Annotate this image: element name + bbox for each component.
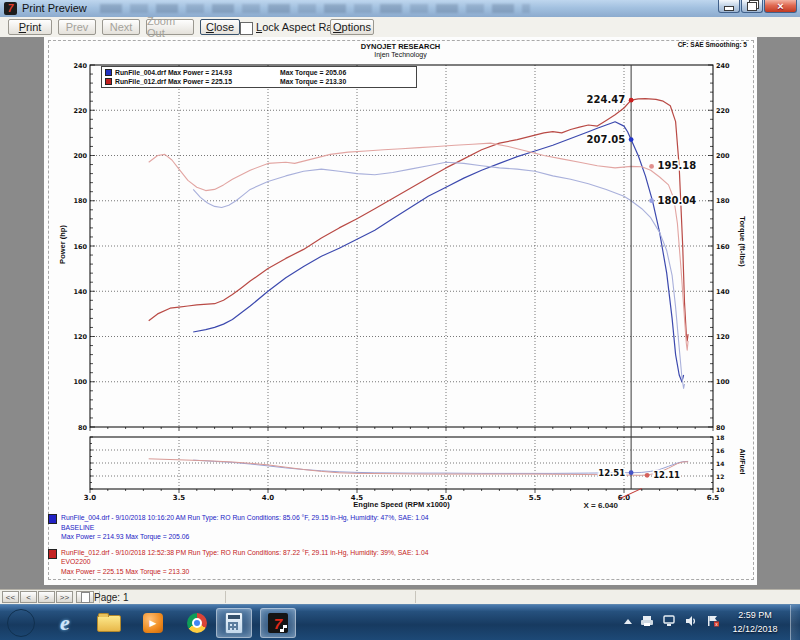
marker-label: 180.04 xyxy=(658,195,697,206)
taskbar: e ▶ 7 x 2:59 PM 12/12/2018 xyxy=(0,604,800,640)
close-button[interactable]: Close xyxy=(200,19,240,35)
zoom-out-button: Zoom Out xyxy=(146,19,194,35)
taskbar-item-explorer[interactable] xyxy=(92,608,126,638)
svg-text:180: 180 xyxy=(716,197,730,205)
run1-max: Max Power = 214.93 Max Torque = 205.06 xyxy=(61,532,738,542)
print-preview-area: DYNOJET RESEARCH Injen Technology CF: SA… xyxy=(0,37,800,589)
restore-icon xyxy=(747,2,757,11)
chrome-icon xyxy=(187,613,207,633)
restore-button[interactable] xyxy=(741,0,763,13)
taskbar-item-calculator[interactable] xyxy=(216,608,252,638)
close-icon: × xyxy=(777,1,783,12)
svg-text:140: 140 xyxy=(73,288,87,296)
svg-text:120: 120 xyxy=(73,333,87,341)
start-button[interactable] xyxy=(4,608,38,638)
toolbar: Print Prev Next Zoom Out Close Lock Aspe… xyxy=(0,17,800,38)
next-page-button[interactable]: > xyxy=(38,591,55,603)
svg-text:200: 200 xyxy=(73,152,87,160)
prev-page-button[interactable]: < xyxy=(20,591,37,603)
svg-text:120: 120 xyxy=(716,333,730,341)
run2-swatch xyxy=(48,549,57,559)
taskbar-item-chrome[interactable] xyxy=(180,608,214,638)
svg-text:10: 10 xyxy=(716,486,724,493)
next-button: Next xyxy=(102,19,140,35)
run1-conditions: RunFile_004.drf - 9/10/2018 10:16:20 AM … xyxy=(61,513,738,523)
svg-text:80: 80 xyxy=(716,424,726,432)
lock-aspect-ratio-checkbox[interactable] xyxy=(240,22,253,35)
marker-dot xyxy=(629,98,634,103)
show-desktop-button[interactable] xyxy=(790,605,800,640)
windows-start-icon xyxy=(7,609,35,637)
run1-name: BASELINE xyxy=(61,523,738,533)
internet-explorer-icon: e xyxy=(60,610,70,636)
taskbar-clock[interactable]: 2:59 PM 12/12/2018 xyxy=(722,608,788,636)
run2-name: EVO2200 xyxy=(61,557,738,567)
run-info-evo2200: RunFile_012.drf - 9/10/2018 12:52:38 PM … xyxy=(48,548,738,577)
svg-text:220: 220 xyxy=(716,107,730,115)
page-indicator: Page: 1 xyxy=(94,592,128,603)
svg-text:14: 14 xyxy=(716,460,724,467)
window-title: Print Preview xyxy=(22,2,87,14)
network-icon[interactable] xyxy=(662,615,676,627)
legend-swatch-run2 xyxy=(105,78,112,85)
legend-swatch-run1 xyxy=(105,69,112,76)
document-icon xyxy=(81,592,90,603)
close-window-button[interactable]: × xyxy=(764,0,797,13)
media-player-icon: ▶ xyxy=(143,613,163,633)
run2-max: Max Power = 225.15 Max Torque = 213.30 xyxy=(61,567,738,577)
minimize-icon xyxy=(724,6,734,11)
svg-text:100: 100 xyxy=(73,378,87,386)
clock-time: 2:59 PM xyxy=(722,608,788,622)
options-button[interactable]: Options xyxy=(330,19,374,35)
marker-dot xyxy=(629,470,634,475)
taskbar-item-internet-explorer[interactable]: e xyxy=(48,608,82,638)
action-center-flag-icon[interactable]: x xyxy=(706,615,720,627)
marker-label: 195.18 xyxy=(658,160,697,171)
app-icon: 7 xyxy=(4,2,17,15)
marker-label: 12.11 xyxy=(653,470,680,480)
marker-dot xyxy=(649,164,654,169)
titlebar[interactable]: 7 Print Preview × xyxy=(0,0,800,18)
minimize-button[interactable] xyxy=(718,0,740,13)
printer-icon[interactable] xyxy=(640,615,654,627)
marker-dot xyxy=(649,198,654,203)
series-runfile-004-torque-ft-lbs- xyxy=(193,162,684,388)
svg-text:80: 80 xyxy=(78,424,88,432)
screen: 7 Print Preview × Print Prev Next Zoom O… xyxy=(0,0,800,640)
marker-dot xyxy=(629,137,634,142)
run2-conditions: RunFile_012.drf - 9/10/2018 12:52:38 PM … xyxy=(61,548,738,558)
system-tray: x xyxy=(624,615,720,627)
page-setup-button[interactable] xyxy=(76,591,94,603)
airfuel-axis-label: Air/Fuel xyxy=(739,440,746,484)
first-page-button[interactable]: << xyxy=(2,591,19,603)
marker-label: 12.51 xyxy=(598,468,625,478)
clock-date: 12/12/2018 xyxy=(722,622,788,636)
run-info-baseline: RunFile_004.drf - 9/10/2018 10:16:20 AM … xyxy=(48,513,738,542)
taskbar-item-winpep[interactable]: 7 xyxy=(260,608,296,638)
print-button[interactable]: Print xyxy=(8,19,52,35)
legend-row: RunFile_012.drf Max Power = 225.15 Max T… xyxy=(105,77,416,86)
series-runfile-004-power-hp- xyxy=(193,122,683,382)
svg-text:220: 220 xyxy=(73,107,87,115)
background-window-ghost-text xyxy=(100,4,530,13)
tray-expand-icon[interactable] xyxy=(624,619,632,624)
chart-legend: RunFile_004.drf Max Power = 214.93 Max T… xyxy=(101,66,417,88)
svg-text:240: 240 xyxy=(73,62,87,70)
last-page-button[interactable]: >> xyxy=(56,591,73,603)
svg-text:100: 100 xyxy=(716,378,730,386)
x-axis-label: Engine Speed (RPM x1000) xyxy=(90,500,713,509)
prev-button: Prev xyxy=(58,19,96,35)
svg-text:12: 12 xyxy=(716,473,724,480)
statusbar: << < > >> Page: 1 xyxy=(0,589,800,605)
torque-axis-label: Torque (ft-lbs) xyxy=(738,197,747,287)
legend-row: RunFile_004.drf Max Power = 214.93 Max T… xyxy=(105,68,416,77)
svg-text:200: 200 xyxy=(716,152,730,160)
speaker-icon[interactable] xyxy=(684,615,698,627)
marker-dot xyxy=(645,473,650,478)
report-page: DYNOJET RESEARCH Injen Technology CF: SA… xyxy=(44,37,757,585)
winpep-dyno-icon: 7 xyxy=(268,613,288,633)
taskbar-item-media-player[interactable]: ▶ xyxy=(136,608,170,638)
run-details: RunFile_004.drf - 9/10/2018 10:16:20 AM … xyxy=(48,513,738,582)
power-axis-label: Power (hp) xyxy=(58,203,67,287)
marker-label: 224.47 xyxy=(587,94,626,105)
